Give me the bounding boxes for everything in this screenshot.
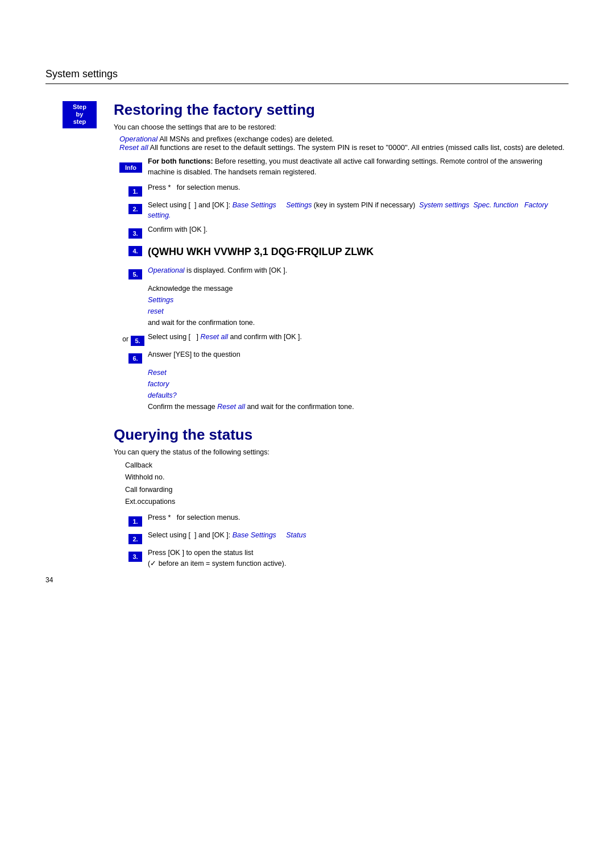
section2-title: Querying the status	[114, 426, 569, 444]
step-num-1: 1.	[114, 182, 148, 197]
ack-wait: and wait for the confirmation tone.	[148, 317, 255, 328]
step-row-2: 2. Select using [ ] and [OK ]: Base Sett…	[114, 200, 569, 222]
section2-intro: You can query the status of the followin…	[114, 448, 569, 456]
reset-all-or-link: Reset all	[200, 333, 228, 341]
ack-spacer	[114, 283, 148, 283]
status-list: Callback Withhold no. Call forwarding Ex…	[114, 460, 569, 508]
base-settings-link: Base Settings	[233, 201, 276, 209]
s2-base-settings-link: Base Settings	[233, 531, 276, 539]
s2-footnote: (✓ before an item = system function acti…	[148, 560, 286, 567]
reset-factory-row: Reset factory defaults? Confirm the mess…	[114, 367, 569, 412]
reset-all-text: Reset all All functions are reset to the…	[119, 143, 569, 152]
step-content-6: Answer [YES] to the question	[148, 349, 569, 360]
step-row-4: 4. (QWHU WKH VVWHP 3,1 DQG·FRQILUP ZLWK	[114, 242, 569, 262]
page-number: 34	[45, 576, 53, 584]
section1-intro: You can choose the settings that are to …	[114, 123, 569, 131]
s2-step-num-2: 2.	[114, 530, 148, 544]
info-content: For both functions: Before resetting, yo…	[148, 156, 569, 178]
section1-title: Restoring the factory setting	[114, 101, 569, 119]
acknowledge-block: Acknowledge the message Settings reset a…	[148, 283, 255, 328]
settings-link: Settings	[286, 201, 312, 209]
step-row-5: 5. Operational is displayed. Confirm wit…	[114, 265, 569, 279]
step-num-2: 2.	[114, 200, 148, 214]
reset-all-desc: All functions are reset to the default s…	[150, 143, 564, 152]
list-item-ext-occupations: Ext.occupations	[114, 496, 569, 508]
or-step-content: Select using [ ] Reset all and confirm w…	[148, 332, 569, 343]
step-content-4: (QWHU WKH VVWHP 3,1 DQG·FRQILUP ZLWK	[148, 244, 569, 260]
s2-step-num-3: 3.	[114, 548, 148, 562]
or-label-cell: or 5.	[114, 332, 148, 346]
reset-all-confirm-link: Reset all	[217, 403, 245, 411]
step-row-3: 3. Confirm with [OK ].	[114, 224, 569, 239]
step-content-2: Select using [ ] and [OK ]: Base Setting…	[148, 200, 569, 222]
step-content-3: Confirm with [OK ].	[148, 224, 569, 235]
page: System settings Stepbystep Restoring the…	[0, 0, 614, 618]
reset-all-label: Reset all	[119, 143, 148, 152]
s2-step-row-1: 1. Press * for selection menus.	[114, 512, 569, 527]
list-item-withhold: Withhold no.	[114, 471, 569, 483]
s2-step-num-1: 1.	[114, 512, 148, 527]
sidebar: Stepbystep	[45, 101, 114, 573]
step-row-6: 6. Answer [YES] to the question	[114, 349, 569, 364]
or-step-row: or 5. Select using [ ] Reset all and con…	[114, 332, 569, 346]
factory-line: factory	[148, 378, 354, 390]
page-title: System settings	[45, 68, 569, 84]
list-item-callback: Callback	[114, 460, 569, 471]
section2: Querying the status You can query the st…	[114, 426, 569, 569]
reset-line: Reset	[148, 367, 354, 378]
list-item-call-forwarding: Call forwarding	[114, 484, 569, 496]
settings-reset-reset: reset	[148, 306, 255, 317]
reset-factory-block: Reset factory defaults? Confirm the mess…	[148, 367, 354, 412]
reset-factory-spacer	[114, 367, 148, 368]
operational-label: Operational	[119, 135, 157, 143]
content-area: Stepbystep Restoring the factory setting…	[45, 101, 569, 573]
info-row: Info For both functions: Before resettin…	[114, 156, 569, 178]
operational-text: Operational All MSNs and prefixes (excha…	[119, 135, 569, 143]
acknowledge-row: Acknowledge the message Settings reset a…	[114, 283, 569, 328]
s2-step-row-3: 3. Press [OK ] to open the status list (…	[114, 548, 569, 569]
info-badge: Info	[119, 162, 142, 173]
step-num-6: 6.	[114, 349, 148, 364]
s2-step-row-2: 2. Select using [ ] and [OK ]: Base Sett…	[114, 530, 569, 544]
settings-reset-settings: Settings	[148, 294, 255, 306]
step-content-5: Operational is displayed. Confirm with […	[148, 265, 569, 276]
or-text: or	[122, 335, 128, 343]
operational-desc: All MSNs and prefixes (exchange codes) a…	[159, 135, 334, 143]
main-content: Restoring the factory setting You can ch…	[114, 101, 569, 573]
info-badge-cell: Info	[114, 156, 148, 173]
confirm-reset-all-text: Confirm the message Reset all and wait f…	[148, 401, 354, 412]
spec-function-link: Spec. function	[474, 201, 518, 209]
step-row-1: 1. Press * for selection menus.	[114, 182, 569, 197]
ack-text: Acknowledge the message	[148, 283, 255, 294]
s2-step-content-2: Select using [ ] and [OK ]: Base Setting…	[148, 530, 569, 541]
operational-block: Operational All MSNs and prefixes (excha…	[119, 135, 569, 152]
step-num-4: 4.	[114, 242, 148, 256]
defaults-line: defaults?	[148, 390, 354, 401]
s2-step-content-1: Press * for selection menus.	[148, 512, 569, 523]
info-bold: For both functions:	[148, 157, 213, 165]
step-by-step-badge: Stepbystep	[63, 101, 97, 128]
s2-status-link: Status	[286, 531, 306, 539]
step-num-5: 5.	[114, 265, 148, 279]
step-content-1: Press * for selection menus.	[148, 182, 569, 193]
step-num-3: 3.	[114, 224, 148, 239]
operational-ref: Operational	[148, 266, 185, 274]
s2-step-content-3: Press [OK ] to open the status list (✓ b…	[148, 548, 569, 569]
system-settings-link: System settings	[419, 201, 469, 209]
